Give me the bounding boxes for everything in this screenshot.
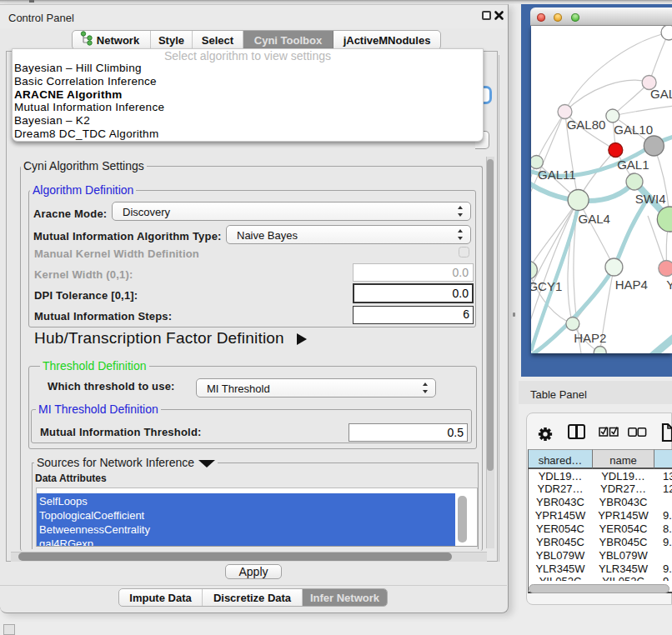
svg-text:GAL1: GAL1 bbox=[617, 158, 649, 172]
svg-text:SWI4: SWI4 bbox=[635, 192, 666, 206]
svg-text:GCY1: GCY1 bbox=[531, 279, 562, 293]
svg-text:Y: Y bbox=[666, 278, 672, 292]
svg-text:GAL11: GAL11 bbox=[538, 168, 576, 182]
svg-text:GAL80: GAL80 bbox=[567, 118, 606, 132]
svg-text:GAL10: GAL10 bbox=[614, 122, 653, 137]
svg-text:HAP2: HAP2 bbox=[574, 331, 606, 345]
svg-text:GAL7: GAL7 bbox=[650, 87, 672, 101]
svg-text:HAP4: HAP4 bbox=[615, 278, 648, 292]
svg-text:GAL4: GAL4 bbox=[579, 212, 610, 226]
